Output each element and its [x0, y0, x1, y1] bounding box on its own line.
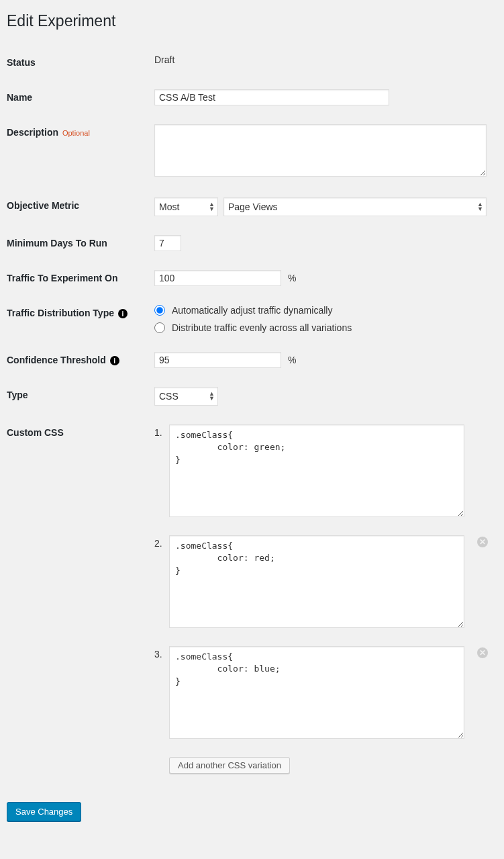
traffic-dist-auto-label: Automatically adjust traffic dynamically	[172, 305, 332, 316]
label-min-days: Minimum Days To Run	[7, 226, 154, 261]
description-input[interactable]	[154, 124, 487, 177]
min-days-input[interactable]	[154, 235, 181, 251]
name-input[interactable]	[154, 89, 389, 105]
type-select[interactable]: CSS	[154, 387, 218, 406]
traffic-pct-unit: %	[288, 273, 296, 283]
css-variation-textarea[interactable]	[169, 646, 464, 739]
css-variation-number: 1.	[154, 427, 162, 438]
css-variation-item: 3.✕	[169, 646, 497, 741]
optional-tag: Optional	[62, 129, 90, 137]
add-css-variation-button[interactable]: Add another CSS variation	[169, 757, 290, 774]
traffic-dist-even-label: Distribute traffic evenly across all var…	[172, 322, 352, 333]
info-icon: i	[118, 309, 128, 318]
save-changes-button[interactable]: Save Changes	[7, 802, 81, 821]
label-traffic-pct: Traffic To Experiment On	[7, 261, 154, 296]
css-variation-item: 2.✕	[169, 535, 497, 630]
traffic-dist-auto-radio[interactable]	[154, 305, 165, 316]
traffic-dist-even-radio[interactable]	[154, 322, 165, 333]
label-custom-css: Custom CSS	[7, 415, 154, 783]
label-objective-metric: Objective Metric	[7, 188, 154, 226]
confidence-unit: %	[288, 355, 296, 365]
label-name: Name	[7, 80, 154, 115]
label-description: Description Optional	[7, 115, 154, 188]
objective-direction-select[interactable]: Most	[154, 197, 218, 216]
css-variation-textarea[interactable]	[169, 424, 464, 517]
status-value: Draft	[154, 45, 497, 80]
label-traffic-dist: Traffic Distribution Type i	[7, 296, 154, 343]
remove-variation-icon[interactable]: ✕	[477, 537, 488, 547]
label-type: Type	[7, 377, 154, 415]
label-status: Status	[7, 45, 154, 80]
css-variation-textarea[interactable]	[169, 535, 464, 628]
remove-variation-icon[interactable]: ✕	[477, 647, 488, 658]
confidence-input[interactable]	[154, 352, 281, 368]
page-title: Edit Experiment	[7, 12, 497, 30]
traffic-pct-input[interactable]	[154, 270, 281, 286]
objective-metric-select[interactable]: Page Views	[223, 197, 487, 216]
info-icon: i	[110, 356, 119, 365]
css-variation-item: 1.	[169, 424, 497, 519]
css-variation-number: 3.	[154, 649, 162, 660]
label-confidence: Confidence Threshold i	[7, 343, 154, 377]
css-variation-number: 2.	[154, 538, 162, 549]
